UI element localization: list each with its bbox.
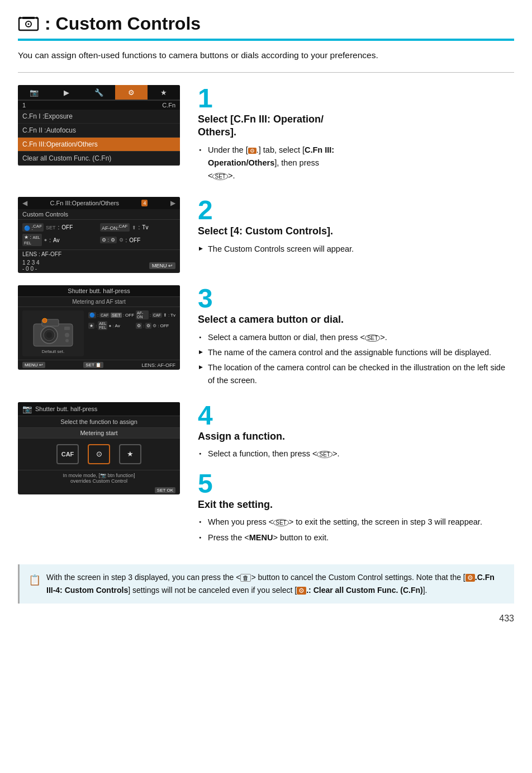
screen2-mock: ◀ C.Fn III:Operation/Others 4 ▶ Custom C… <box>18 197 180 273</box>
screen4-ok: SET OK <box>18 485 180 494</box>
menu-item-1: C.Fn I :Exposure <box>18 110 180 124</box>
screen4-subsubheader: Metering start <box>18 428 180 439</box>
step-3-bullet-3: The location of the camera control can b… <box>198 361 514 387</box>
step-5-body: When you press <SET> to exit the setting… <box>198 516 514 544</box>
screen1-mock: 📷 ▶ 🔧 ⚙ ★ 1 C.Fn C.Fn I :Exposure C.Fn I… <box>18 85 180 166</box>
step-3-screen: Shutter butt. half-press Metering and AF… <box>18 285 186 370</box>
screen1-topbar: 1 C.Fn <box>18 101 180 110</box>
step-2-content: 2 Select [4: Custom Controls]. The Custo… <box>198 197 514 258</box>
step-4-5-content: 4 Assign a function. Select a function, … <box>198 402 514 546</box>
screen3-body: Default set. 🔵 : CAF SET : OFF <box>18 307 180 360</box>
step-3-row: Shutter butt. half-press Metering and AF… <box>18 285 514 389</box>
step-5-bullet-1: When you press <SET> to exit the setting… <box>198 516 514 529</box>
svg-rect-11 <box>64 327 70 330</box>
screen4-header: 📷 Shutter butt. half-press <box>18 402 180 416</box>
item4-value: OFF <box>129 237 140 243</box>
item2-value: Tv <box>142 224 148 230</box>
note-icon: 📋 <box>28 572 41 597</box>
step-4-block: 4 Assign a function. Select a function, … <box>198 402 514 461</box>
page-heading: : Custom Controls <box>45 13 201 34</box>
step-1-row: 📷 ▶ 🔧 ⚙ ★ 1 C.Fn C.Fn I :Exposure C.Fn I… <box>18 85 514 185</box>
step-2-row: ◀ C.Fn III:Operation/Others 4 ▶ Custom C… <box>18 197 514 273</box>
item1-label: SET <box>46 225 56 230</box>
svg-point-10 <box>46 332 52 338</box>
step-3-bullet-2: The name of the camera control and the a… <box>198 346 514 359</box>
step-1-body: Under the [⚙.] tab, select [C.Fn III:Ope… <box>198 144 514 183</box>
intro-paragraph: You can assign often-used functions to c… <box>18 49 514 62</box>
screen4-icons: CAF ⊙ ★ <box>18 439 180 470</box>
ctrl-star: ★ : AELFEL ● : Av <box>88 321 134 330</box>
tab-star: ★ <box>148 85 180 100</box>
screen2-num-row: 1 2 3 4- 0 0 - MENU ↩ <box>18 258 180 273</box>
page-title-container: : Custom Controls <box>18 13 514 41</box>
func-icon-caf: CAF <box>56 444 79 464</box>
func-icon-star: ★ <box>119 444 141 464</box>
screen3-subheader: Metering and AF start <box>18 297 180 307</box>
screen4-header-title: Shutter butt. half-press <box>35 406 97 412</box>
step-3-bullet-1: Select a camera button or dial, then pre… <box>198 331 514 344</box>
screen2-item-4: ⚙ : ⚙ ⚙: OFF <box>99 233 177 247</box>
note-box: 📋 With the screen in step 3 displayed, y… <box>18 564 514 604</box>
screen2-item-2: AF-ON:CAF ⬆: Tv <box>99 222 177 233</box>
default-set-label: Default set. <box>42 349 64 354</box>
func-icon-active: ⊙ <box>88 444 110 464</box>
note-text: With the screen in step 3 displayed, you… <box>46 571 505 597</box>
step-3-body: Select a camera button or dial, then pre… <box>198 331 514 388</box>
tab-photo: 📷 <box>18 85 50 100</box>
step-4-screen: 📷 Shutter butt. half-press Select the fu… <box>18 402 186 494</box>
screen2-title-label: C.Fn III:Operation/Others <box>50 200 119 206</box>
screen2-lens-row: LENS : AF-OFF <box>18 249 180 258</box>
menu-item-4: Clear all Custom Func. (C.Fn) <box>18 152 180 166</box>
svg-point-2 <box>28 23 30 25</box>
step-5-block: 5 Exit the setting. When you press <SET>… <box>198 470 514 544</box>
ctrl-shutter: 🔵 : CAF SET : OFF <box>88 310 134 319</box>
footer-set-btn: SET 📋 <box>83 362 103 368</box>
step-5-bullet-2: Press the <MENU> button to exit. <box>198 531 514 544</box>
step-3-number: 3 <box>198 285 514 312</box>
nav-left-arrow: ◀ <box>22 199 27 207</box>
step-1-content: 1 Select [C.Fn III: Operation/Others]. U… <box>198 85 514 185</box>
step-2-number: 2 <box>198 197 514 224</box>
svg-rect-3 <box>22 17 35 19</box>
svg-point-12 <box>65 333 69 337</box>
screen2-numbers: 1 2 3 4- 0 0 - <box>22 260 40 272</box>
ctrl-gear: ⚙ : ⚙ ⚙ : OFF <box>136 321 175 330</box>
screen2-subtitle: Custom Controls <box>18 209 180 220</box>
svg-point-13 <box>65 339 69 342</box>
set-ok-btn: SET OK <box>155 487 175 493</box>
footer-lens: LENS: AF-OFF <box>141 362 175 368</box>
menu-back-btn: MENU ↩ <box>149 262 175 269</box>
step-5-number: 5 <box>198 470 514 497</box>
menu-item-2: C.Fn II :Autofocus <box>18 124 180 138</box>
svg-point-4 <box>19 17 21 19</box>
step-2-heading: Select [4: Custom Controls]. <box>198 225 514 238</box>
step-2-screen: ◀ C.Fn III:Operation/Others 4 ▶ Custom C… <box>18 197 186 273</box>
step-4-5-row: 📷 Shutter butt. half-press Select the fu… <box>18 402 514 546</box>
tab-cfn: ⚙ <box>115 85 148 100</box>
item3-value: Av <box>53 237 60 243</box>
screen3-footer: MENU ↩ SET 📋 LENS: AF-OFF <box>18 360 180 370</box>
step-3-heading: Select a camera button or dial. <box>198 313 514 326</box>
screen4-mock: 📷 Shutter butt. half-press Select the fu… <box>18 402 180 494</box>
page-number: 433 <box>18 614 514 624</box>
step-4-number: 4 <box>198 402 514 429</box>
nav-right-arrow: ▶ <box>170 199 175 207</box>
screen2-number-badge: 4 <box>141 200 148 206</box>
screen4-note: In movie mode, [📷 btn function]overrides… <box>18 470 180 485</box>
step-5-heading: Exit the setting. <box>198 498 514 511</box>
step-1-bullet-1: Under the [⚙.] tab, select [C.Fn III:Ope… <box>198 144 514 183</box>
step-4-heading: Assign a function. <box>198 430 514 443</box>
custom-controls-icon <box>18 15 39 33</box>
menu-item-3-selected: C.Fn III:Operation/Others <box>18 138 180 152</box>
steps-container: 📷 ▶ 🔧 ⚙ ★ 1 C.Fn C.Fn I :Exposure C.Fn I… <box>18 85 514 559</box>
step-2-bullet-1: The Custom Controls screen will appear. <box>198 243 514 256</box>
step-3-content: 3 Select a camera button or dial. Select… <box>198 285 514 389</box>
screen4-cam-icon: 📷 <box>22 404 32 413</box>
screen1-cfn-label: C.Fn <box>162 102 175 109</box>
screen3-mock: Shutter butt. half-press Metering and AF… <box>18 285 180 370</box>
step-1-heading: Select [C.Fn III: Operation/Others]. <box>198 113 514 139</box>
screen1-row-num: 1 <box>22 102 26 109</box>
step-4-bullet-1: Select a function, then press <SET>. <box>198 447 514 460</box>
svg-point-14 <box>42 318 47 323</box>
step-2-body: The Custom Controls screen will appear. <box>198 243 514 256</box>
